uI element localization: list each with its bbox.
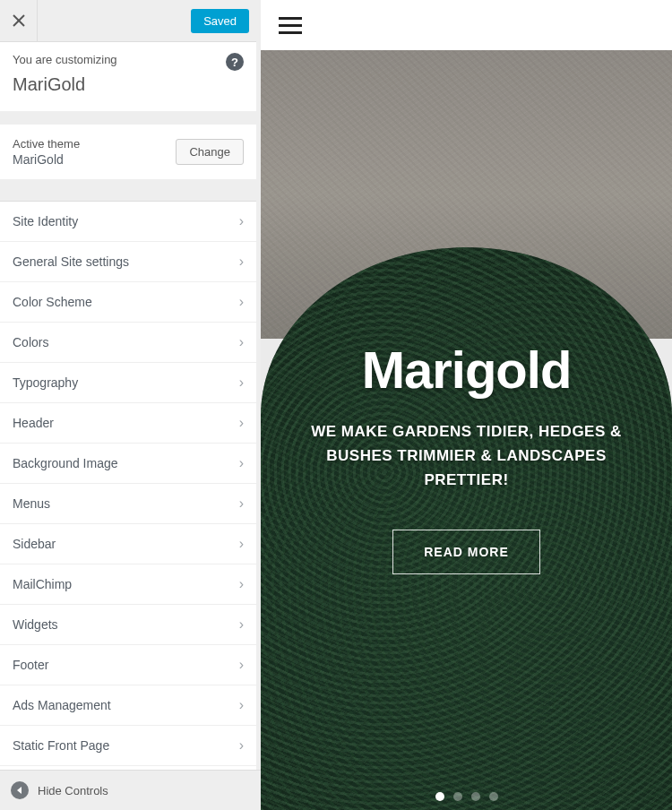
site-title: MariGold	[13, 74, 244, 95]
menu-item-label: Ads Management	[13, 698, 111, 712]
chevron-right-icon: ›	[239, 495, 244, 512]
hide-controls-button[interactable]: Hide Controls	[0, 770, 261, 810]
menu-item-label: Menus	[13, 496, 50, 511]
customize-info: You are customizing ? MariGold	[0, 42, 256, 111]
help-icon[interactable]: ?	[226, 53, 244, 71]
slider-dot-2[interactable]	[453, 792, 462, 801]
hero-subtitle: WE MAKE GARDENS TIDIER, HEDGES & BUSHES …	[288, 419, 645, 493]
menu-item-label: Widgets	[13, 617, 58, 632]
chevron-right-icon: ›	[239, 455, 244, 471]
menu-item-label: Static Front Page	[13, 738, 109, 753]
hero-section: Marigold WE MAKE GARDENS TIDIER, HEDGES …	[261, 50, 672, 810]
sidebar-topbar: Saved	[0, 0, 256, 42]
hide-controls-label: Hide Controls	[38, 784, 108, 797]
chevron-right-icon: ›	[239, 737, 244, 754]
active-theme-label: Active theme	[13, 137, 80, 151]
slider-dots	[435, 792, 498, 801]
menu-item-label: Color Scheme	[13, 295, 92, 309]
close-icon	[13, 14, 25, 27]
chevron-right-icon: ›	[239, 697, 244, 713]
chevron-right-icon: ›	[239, 576, 244, 592]
menu-item-sidebar[interactable]: Sidebar›	[0, 524, 256, 564]
slider-dot-4[interactable]	[489, 792, 498, 801]
menu-item-label: Colors	[13, 335, 48, 349]
slider-dot-3[interactable]	[471, 792, 480, 801]
menu-item-ads-management[interactable]: Ads Management›	[0, 685, 256, 726]
menu-item-typography[interactable]: Typography›	[0, 363, 256, 403]
menu-item-header[interactable]: Header›	[0, 403, 256, 444]
collapse-icon	[11, 781, 29, 799]
customize-menu: Site Identity› General Site settings› Co…	[0, 201, 256, 770]
customizer-sidebar: Saved You are customizing ? MariGold Act…	[0, 0, 261, 810]
menu-item-site-identity[interactable]: Site Identity›	[0, 201, 256, 242]
menu-item-background-image[interactable]: Background Image›	[0, 444, 256, 484]
menu-item-colors[interactable]: Colors›	[0, 323, 256, 363]
change-theme-button[interactable]: Change	[176, 139, 244, 165]
menu-item-general-site-settings[interactable]: General Site settings›	[0, 242, 256, 282]
menu-item-label: MailChimp	[13, 577, 72, 591]
customizing-label: You are customizing	[13, 53, 117, 66]
chevron-right-icon: ›	[239, 375, 244, 391]
menu-item-label: Site Identity	[13, 214, 78, 228]
saved-button[interactable]: Saved	[191, 9, 249, 33]
svg-marker-2	[17, 787, 22, 794]
chevron-right-icon: ›	[239, 657, 244, 673]
chevron-right-icon: ›	[239, 334, 244, 350]
menu-item-footer[interactable]: Footer›	[0, 645, 256, 685]
menu-item-label: Header	[13, 416, 54, 430]
site-header	[261, 0, 672, 50]
read-more-button[interactable]: READ MORE	[392, 530, 540, 574]
close-button[interactable]	[0, 0, 38, 42]
menu-item-menus[interactable]: Menus›	[0, 484, 256, 524]
menu-item-static-front-page[interactable]: Static Front Page›	[0, 726, 256, 766]
hamburger-icon	[279, 17, 302, 20]
menu-item-color-scheme[interactable]: Color Scheme›	[0, 282, 256, 323]
chevron-right-icon: ›	[239, 254, 244, 270]
chevron-right-icon: ›	[239, 213, 244, 229]
menu-item-label: General Site settings	[13, 254, 129, 269]
menu-item-mailchimp[interactable]: MailChimp›	[0, 564, 256, 605]
menu-item-widgets[interactable]: Widgets›	[0, 605, 256, 645]
preview-pane: Marigold WE MAKE GARDENS TIDIER, HEDGES …	[261, 0, 672, 810]
hero-title: Marigold	[288, 340, 645, 400]
hamburger-menu-button[interactable]	[279, 13, 302, 39]
hero-content: Marigold WE MAKE GARDENS TIDIER, HEDGES …	[288, 340, 645, 575]
chevron-right-icon: ›	[239, 616, 244, 633]
sidebar-scroll[interactable]: Saved You are customizing ? MariGold Act…	[0, 0, 256, 770]
chevron-right-icon: ›	[239, 415, 244, 431]
active-theme-name: MariGold	[13, 152, 80, 167]
chevron-right-icon: ›	[239, 294, 244, 310]
chevron-right-icon: ›	[239, 536, 244, 552]
slider-dot-1[interactable]	[435, 792, 444, 801]
menu-item-label: Footer	[13, 658, 48, 672]
menu-item-label: Background Image	[13, 456, 118, 470]
menu-item-label: Sidebar	[13, 537, 56, 551]
active-theme-panel: Active theme MariGold Change	[0, 124, 256, 179]
menu-item-label: Typography	[13, 375, 78, 390]
